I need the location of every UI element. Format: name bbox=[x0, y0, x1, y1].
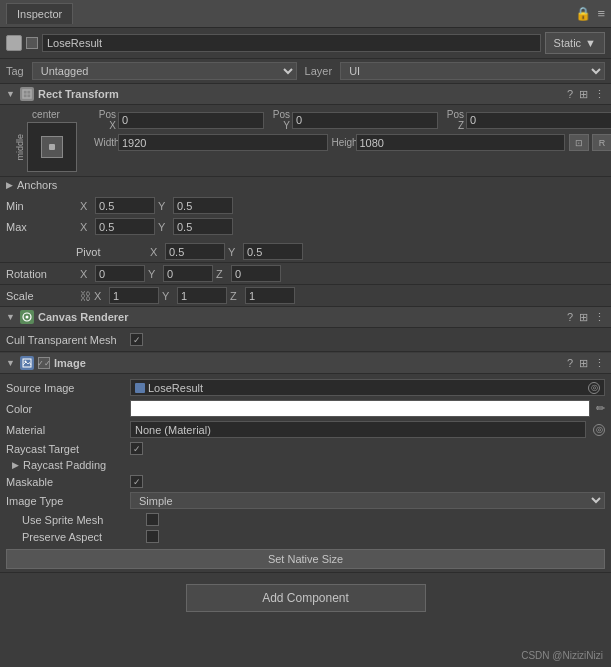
color-label: Color bbox=[6, 403, 126, 415]
source-image-row: Source Image LoseResult ◎ bbox=[6, 377, 605, 398]
raycast-target-checkbox[interactable] bbox=[130, 442, 143, 455]
anchor-inner bbox=[41, 136, 63, 158]
anchors-header[interactable]: ▶ Anchors bbox=[0, 177, 611, 193]
pivot-x-input[interactable] bbox=[165, 243, 225, 260]
rot-y-input[interactable] bbox=[163, 265, 213, 282]
image-section: ▼ ✓ Image ? ⊞ ⋮ Source Image bbox=[0, 353, 611, 573]
raycast-padding-header[interactable]: ▶ Raycast Padding bbox=[6, 457, 605, 473]
material-label: Material bbox=[6, 424, 126, 436]
object-active-checkbox[interactable] bbox=[26, 37, 38, 49]
use-sprite-mesh-label: Use Sprite Mesh bbox=[22, 514, 142, 526]
image-active-checkbox[interactable]: ✓ bbox=[38, 357, 50, 369]
scale-z-input[interactable] bbox=[245, 287, 295, 304]
anchor-box[interactable] bbox=[27, 122, 77, 172]
object-name-input[interactable] bbox=[42, 34, 541, 52]
anchors-min-label: Min bbox=[6, 200, 76, 212]
max-y-label: Y bbox=[158, 221, 170, 233]
raycast-padding-label: Raycast Padding bbox=[23, 459, 106, 471]
rot-x-input[interactable] bbox=[95, 265, 145, 282]
min-y-input[interactable] bbox=[173, 197, 233, 214]
menu-icon[interactable]: ≡ bbox=[597, 6, 605, 21]
anchors-content: Min X Y Max X Y bbox=[0, 193, 611, 241]
anchors-label: Anchors bbox=[17, 179, 57, 191]
rot-x-label: X bbox=[80, 268, 92, 280]
canvas-renderer-content: Cull Transparent Mesh bbox=[0, 328, 611, 352]
width-group: Width bbox=[94, 134, 328, 151]
image-more-icon[interactable]: ⋮ bbox=[594, 357, 605, 370]
scale-xyz: ⛓ X Y Z bbox=[80, 287, 605, 304]
r-button[interactable]: R bbox=[592, 134, 611, 151]
max-x-input[interactable] bbox=[95, 218, 155, 235]
scale-x-input[interactable] bbox=[109, 287, 159, 304]
scale-y-input[interactable] bbox=[177, 287, 227, 304]
image-content: Source Image LoseResult ◎ Color ✏ Materi… bbox=[0, 374, 611, 573]
color-edit-icon[interactable]: ✏ bbox=[596, 402, 605, 415]
height-label: Height bbox=[332, 137, 354, 148]
material-value: None (Material) bbox=[130, 421, 586, 438]
rect-more-icon[interactable]: ⋮ bbox=[594, 88, 605, 101]
max-y-input[interactable] bbox=[173, 218, 233, 235]
image-layout-icon[interactable]: ⊞ bbox=[579, 357, 588, 370]
rect-layout-icon[interactable]: ⊞ bbox=[579, 88, 588, 101]
canvas-more-icon[interactable]: ⋮ bbox=[594, 311, 605, 324]
object-icon bbox=[6, 35, 22, 51]
raycast-target-row: Raycast Target bbox=[6, 440, 605, 457]
posx-input[interactable] bbox=[118, 112, 264, 129]
maskable-checkbox[interactable] bbox=[130, 475, 143, 488]
inspector-tab[interactable]: Inspector bbox=[6, 3, 73, 24]
image-type-select[interactable]: Simple Sliced Tiled Filled bbox=[130, 492, 605, 509]
scroll-content[interactable]: Static ▼ Tag Untagged Layer UI ▼ Rect Tr… bbox=[0, 28, 611, 667]
rect-help-icon[interactable]: ? bbox=[567, 88, 573, 101]
layer-select[interactable]: UI bbox=[340, 62, 605, 80]
preserve-aspect-label: Preserve Aspect bbox=[22, 531, 142, 543]
anchor-dot bbox=[49, 144, 55, 150]
rot-z-input[interactable] bbox=[231, 265, 281, 282]
watermark-text: CSDN @NiziziNizi bbox=[521, 650, 603, 661]
add-component-button[interactable]: Add Component bbox=[186, 584, 426, 612]
static-label: Static bbox=[554, 37, 582, 49]
min-x-input[interactable] bbox=[95, 197, 155, 214]
blueprint-icon[interactable]: ⊡ bbox=[569, 134, 589, 151]
anchors-max-row: Max X Y bbox=[6, 216, 605, 237]
height-group: Height bbox=[332, 134, 566, 151]
source-image-name: LoseResult bbox=[148, 382, 203, 394]
preserve-aspect-checkbox[interactable] bbox=[146, 530, 159, 543]
posz-input[interactable] bbox=[466, 112, 611, 129]
image-title: Image bbox=[54, 357, 563, 369]
width-input[interactable] bbox=[118, 134, 328, 151]
height-input[interactable] bbox=[356, 134, 566, 151]
source-image-pick-icon[interactable]: ◎ bbox=[588, 382, 600, 394]
pivot-y-input[interactable] bbox=[243, 243, 303, 260]
use-sprite-mesh-checkbox[interactable] bbox=[146, 513, 159, 526]
anchor-diagram[interactable]: center middle bbox=[6, 109, 86, 172]
rect-transform-collapse-icon: ▼ bbox=[6, 89, 16, 99]
posx-label: Pos X bbox=[94, 109, 116, 131]
blueprint-buttons: ⊡ R bbox=[569, 134, 611, 151]
canvas-help-icon[interactable]: ? bbox=[567, 311, 573, 324]
object-header: Static ▼ bbox=[0, 28, 611, 59]
anchors-section: ▶ Anchors Min X Y Max bbox=[0, 177, 611, 263]
rect-transform-header[interactable]: ▼ Rect Transform ? ⊞ ⋮ bbox=[0, 84, 611, 105]
posy-input[interactable] bbox=[292, 112, 438, 129]
set-native-size-button[interactable]: Set Native Size bbox=[6, 549, 605, 569]
lock-icon[interactable]: 🔒 bbox=[575, 6, 591, 21]
width-label: Width bbox=[94, 137, 116, 148]
color-row: Color ✏ bbox=[6, 398, 605, 419]
inspector-tab-label: Inspector bbox=[17, 8, 62, 20]
scale-link-icon[interactable]: ⛓ bbox=[80, 290, 91, 302]
image-help-icon[interactable]: ? bbox=[567, 357, 573, 370]
inspector-panel: Inspector 🔒 ≡ Static ▼ Tag Untagged Laye… bbox=[0, 0, 611, 667]
tag-select[interactable]: Untagged bbox=[32, 62, 297, 80]
image-header[interactable]: ▼ ✓ Image ? ⊞ ⋮ bbox=[0, 353, 611, 374]
material-pick-icon[interactable]: ◎ bbox=[593, 424, 605, 436]
cull-checkbox[interactable] bbox=[130, 333, 143, 346]
source-image-value[interactable]: LoseResult ◎ bbox=[130, 379, 605, 396]
canvas-renderer-header[interactable]: ▼ Canvas Renderer ? ⊞ ⋮ bbox=[0, 307, 611, 328]
source-image-label: Source Image bbox=[6, 382, 126, 394]
canvas-layout-icon[interactable]: ⊞ bbox=[579, 311, 588, 324]
static-button[interactable]: Static ▼ bbox=[545, 32, 605, 54]
preserve-aspect-row: Preserve Aspect bbox=[6, 528, 605, 545]
color-field[interactable] bbox=[130, 400, 590, 417]
svg-point-4 bbox=[26, 316, 29, 319]
title-bar-icons: 🔒 ≡ bbox=[575, 6, 605, 21]
